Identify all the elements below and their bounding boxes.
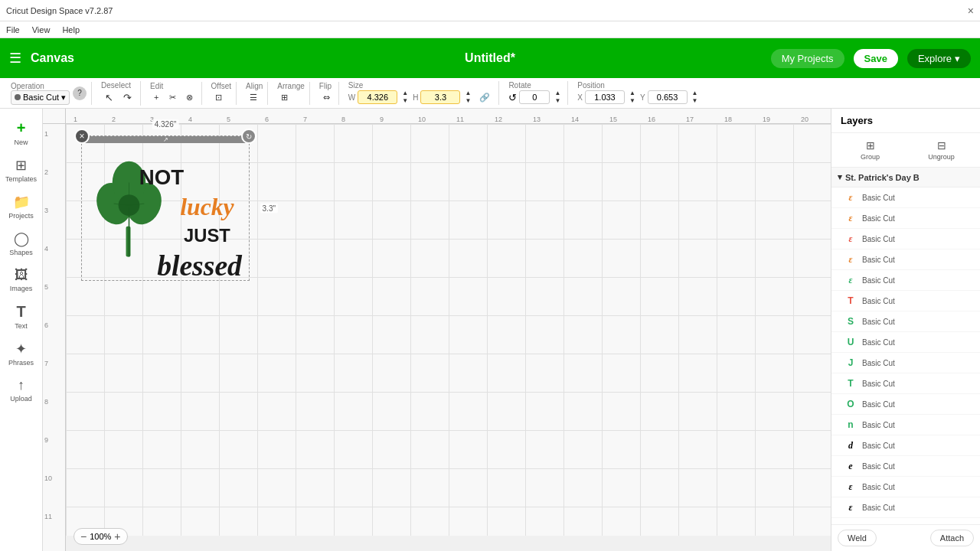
sidebar-item-templates[interactable]: ⊞ Templates	[2, 152, 41, 187]
layer-group-header[interactable]: ▾ St. Patrick's Day B	[831, 168, 980, 187]
layer-item[interactable]: e Basic Cut	[831, 456, 980, 477]
zoom-bar: − 100% +	[74, 528, 128, 545]
layer-item[interactable]: S Basic Cut	[831, 311, 980, 332]
align-group: Align ☰	[241, 82, 268, 105]
help-button[interactable]: ?	[73, 86, 87, 100]
design-element[interactable]: × ↻ ↗ 4.326" 3.3"	[81, 135, 250, 281]
deselect-button[interactable]: ↖	[101, 90, 117, 106]
layer-item[interactable]: ε Basic Cut	[831, 229, 980, 249]
size-h-input[interactable]	[420, 90, 460, 104]
offset-button[interactable]: ⊡	[211, 90, 232, 105]
svg-text:JUST: JUST	[184, 226, 230, 246]
pos-y-stepper[interactable]: ▲ ▼	[690, 90, 701, 105]
deselect-label: Deselect	[101, 81, 136, 90]
layer-item[interactable]: J Basic Cut	[831, 353, 980, 373]
bottom-right-handle[interactable]: ↗	[82, 136, 249, 143]
layer-icon-8: U	[844, 335, 858, 349]
rotate-input[interactable]	[519, 90, 550, 104]
size-h-stepper[interactable]: ▲ ▼	[462, 90, 473, 105]
sidebar-item-phrases[interactable]: ✦ Phrases	[2, 336, 41, 371]
sidebar-item-upload[interactable]: ↑ Upload	[2, 373, 41, 407]
sidebar-item-shapes[interactable]: ◯ Shapes	[2, 226, 41, 261]
hamburger-icon[interactable]: ☰	[9, 50, 21, 67]
rotate-stepper[interactable]: ▲ ▼	[552, 90, 563, 105]
sidebar-shapes-label: Shapes	[9, 249, 33, 256]
size-label: Size	[348, 81, 495, 90]
sidebar-item-images[interactable]: 🖼 Images	[2, 262, 41, 297]
layer-item[interactable]: O Basic Cut	[831, 394, 980, 415]
rotate-handle[interactable]: ↻	[241, 129, 256, 144]
delete-button[interactable]: ⊗	[182, 90, 197, 105]
layer-item[interactable]: T Basic Cut	[831, 373, 980, 394]
layer-item[interactable]: ε Basic Cut	[831, 497, 980, 518]
redo-button[interactable]: ↷	[119, 90, 136, 106]
layer-icon-5: ε	[844, 273, 858, 287]
layer-item[interactable]: ε Basic Cut	[831, 477, 980, 497]
layer-item[interactable]: T Basic Cut	[831, 291, 980, 311]
canvas-label: Canvas	[31, 51, 74, 65]
layer-icon-11: O	[844, 397, 858, 411]
size-w-stepper[interactable]: ▲ ▼	[400, 90, 410, 105]
design-svg: NOT lucky JUST blessed	[82, 143, 249, 287]
ruler-horizontal: 1 2 3 4 5 6 7 8 9 10 11 12 13 14 15 16 1…	[66, 109, 831, 124]
layer-item[interactable]: ε Basic Cut	[831, 208, 980, 229]
align-label: Align	[246, 82, 263, 90]
explore-button[interactable]: Explore ▾	[907, 49, 971, 68]
close-button[interactable]: ×	[968, 5, 974, 17]
position-group: Position X ▲ ▼ Y ▲ ▼	[573, 81, 704, 105]
weld-button[interactable]: Weld	[838, 530, 877, 546]
flip-group: Flip ⇔	[315, 82, 339, 105]
add-button[interactable]: +	[150, 90, 162, 105]
sidebar-phrases-label: Phrases	[8, 359, 34, 367]
zoom-minus-button[interactable]: −	[80, 530, 87, 543]
save-button[interactable]: Save	[854, 49, 898, 68]
layer-item[interactable]: d Basic Cut	[831, 435, 980, 456]
layer-icon-15: ε	[844, 480, 858, 494]
my-projects-button[interactable]: My Projects	[771, 49, 844, 68]
layer-icon-1: ε	[844, 191, 858, 204]
lock-ratio-button[interactable]: 🔗	[475, 90, 494, 105]
layer-item[interactable]: n Basic Cut	[831, 415, 980, 435]
size-w-label: W	[348, 93, 355, 102]
operation-value: Basic Cut	[23, 93, 59, 102]
arrange-button[interactable]: ⊞	[277, 90, 305, 105]
menu-view[interactable]: View	[32, 25, 51, 34]
rotate-group: Rotate ↺ ▲ ▼	[504, 81, 568, 105]
canvas-area[interactable]: 1 2 3 4 5 6 7 8 9 10 11 12 13 14 15 16 1…	[43, 109, 831, 551]
layers-footer: Weld Attach	[831, 524, 980, 551]
edit-button[interactable]: ✂	[165, 90, 180, 105]
menu-help[interactable]: Help	[62, 25, 80, 34]
size-w-input[interactable]	[358, 90, 397, 104]
layer-item[interactable]: ε Basic Cut	[831, 187, 980, 208]
group-button[interactable]: ⊞ Group	[838, 136, 903, 164]
sidebar-item-text[interactable]: T Text	[2, 298, 41, 334]
close-handle[interactable]: ×	[74, 129, 90, 144]
layer-item[interactable]: ε Basic Cut	[831, 249, 980, 270]
menu-file[interactable]: File	[6, 25, 20, 34]
sidebar-item-new[interactable]: + New	[2, 115, 41, 151]
pos-x-stepper[interactable]: ▲ ▼	[627, 90, 638, 105]
sidebar-item-projects[interactable]: 📁 Projects	[2, 189, 41, 224]
grid[interactable]: × ↻ ↗ 4.326" 3.3"	[66, 124, 831, 536]
position-y-input[interactable]	[648, 90, 688, 104]
app-title-center: Untitled*	[465, 51, 515, 65]
ungroup-button[interactable]: ⊟ Ungroup	[909, 136, 974, 164]
flip-button[interactable]: ⇔	[319, 90, 334, 105]
layer-item[interactable]: U Basic Cut	[831, 332, 980, 353]
layer-item[interactable]: e Basic Cut	[831, 518, 980, 524]
offset-label: Offset	[211, 82, 232, 90]
attach-button[interactable]: Attach	[930, 530, 974, 546]
svg-rect-0	[126, 227, 131, 257]
zoom-plus-button[interactable]: +	[114, 530, 120, 543]
images-icon: 🖼	[15, 267, 28, 283]
layer-item[interactable]: ε Basic Cut	[831, 270, 980, 291]
edit-label: Edit	[150, 82, 196, 90]
position-x-input[interactable]	[585, 90, 625, 104]
layer-icon-16: ε	[844, 500, 858, 514]
svg-text:lucky: lucky	[180, 194, 234, 220]
operation-select[interactable]: Basic Cut ▾	[11, 90, 70, 105]
operation-group: Operation Basic Cut ▾ ?	[6, 82, 92, 105]
align-button[interactable]: ☰	[246, 90, 263, 105]
layer-icon-13: d	[844, 439, 858, 452]
shapes-icon: ◯	[14, 230, 29, 247]
